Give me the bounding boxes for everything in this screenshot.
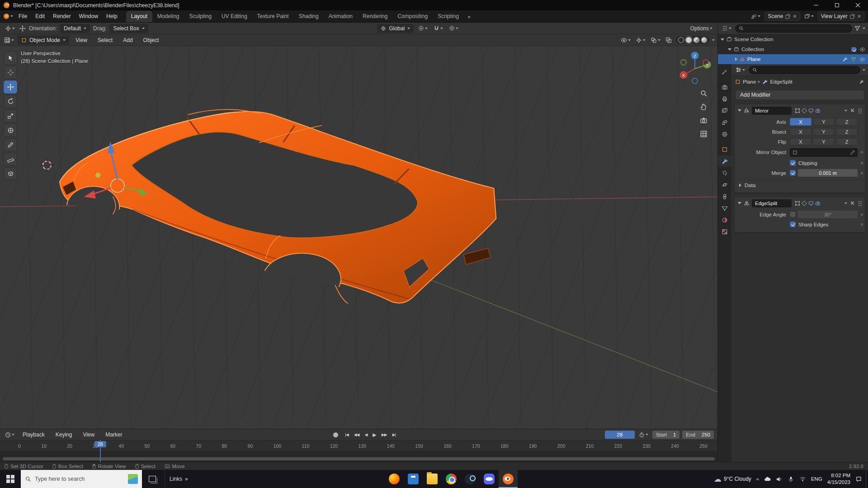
proportional-editing-dropdown[interactable] — [448, 24, 460, 32]
outliner-row-plane[interactable]: Plane — [718, 54, 868, 64]
new-scene-icon[interactable] — [785, 14, 790, 19]
outliner-search-input[interactable] — [735, 24, 852, 33]
timeline-track[interactable] — [0, 451, 717, 462]
taskbar-steam[interactable] — [461, 470, 480, 488]
menu-timeline-view[interactable]: View — [79, 430, 99, 440]
cursor-tool[interactable] — [4, 66, 17, 79]
add-modifier-button[interactable]: Add Modifier — [735, 90, 864, 100]
new-view-layer-icon[interactable] — [850, 14, 855, 19]
tab-physics[interactable] — [718, 179, 731, 190]
mirror-modifier-header[interactable]: Mirror ✕ — [735, 104, 865, 117]
expand-icon[interactable] — [735, 57, 737, 61]
merge-checkbox[interactable] — [790, 170, 796, 176]
car-model[interactable] — [60, 109, 496, 303]
solid-shading-button[interactable] — [686, 37, 692, 43]
tab-modifiers[interactable] — [718, 155, 731, 167]
edit-mode-icon[interactable] — [802, 201, 807, 206]
material-preview-button[interactable] — [693, 37, 699, 43]
shading-dropdown-icon[interactable] — [712, 39, 715, 41]
scale-tool[interactable] — [4, 109, 17, 122]
options-dropdown[interactable]: Options — [689, 24, 714, 33]
tab-output[interactable] — [718, 93, 731, 104]
xray-toggle[interactable] — [664, 36, 673, 44]
view-layer-selector[interactable]: View Layer ✕ — [818, 12, 864, 21]
links-chevron-icon[interactable]: » — [185, 476, 188, 482]
collection-exclude-checkbox[interactable] — [851, 47, 856, 52]
tab-modeling[interactable]: Modeling — [152, 11, 184, 22]
transform-orientation-dropdown[interactable]: Global — [377, 24, 414, 33]
merge-threshold-field[interactable]: 0.001 m — [798, 169, 858, 177]
next-keyframe-button[interactable]: ▶▶ — [379, 432, 389, 438]
action-center-icon[interactable] — [855, 476, 862, 483]
breadcrumb-modifier[interactable]: EdgeSplit — [770, 79, 792, 84]
scene-selector[interactable]: Scene ✕ — [764, 12, 800, 21]
maximize-button[interactable] — [826, 0, 847, 10]
timeline-scrollbar[interactable] — [3, 457, 715, 460]
flip-z-toggle[interactable]: Z — [836, 138, 858, 145]
drag-handle-icon[interactable] — [858, 200, 862, 206]
pan-hand-icon[interactable] — [700, 103, 708, 111]
taskbar-microsoft-store[interactable] — [404, 470, 423, 488]
minimize-button[interactable] — [806, 0, 826, 10]
scene-3d-view[interactable] — [0, 46, 717, 429]
modifier-name-field[interactable]: Mirror — [752, 107, 792, 115]
microphone-icon[interactable] — [788, 476, 794, 483]
on-cage-icon[interactable] — [795, 108, 800, 113]
menu-render[interactable]: Render — [49, 11, 75, 21]
delete-modifier-button[interactable]: ✕ — [850, 200, 855, 206]
unlink-scene-icon[interactable]: ✕ — [793, 14, 797, 19]
wireframe-shading-button[interactable] — [678, 37, 684, 43]
show-desktop-button[interactable] — [866, 470, 868, 488]
on-cage-icon[interactable] — [795, 201, 800, 206]
animate-dot[interactable] — [861, 172, 863, 174]
clipping-checkbox[interactable] — [790, 160, 796, 166]
menu-keying[interactable]: Keying — [52, 430, 76, 440]
filter-funnel-icon[interactable] — [854, 25, 860, 31]
animate-dot[interactable] — [861, 151, 863, 154]
bisect-z-toggle[interactable]: Z — [836, 128, 858, 136]
render-toggle-icon[interactable] — [815, 201, 821, 206]
edgesplit-modifier-header[interactable]: EdgeSplit ✕ — [735, 197, 865, 209]
tab-object[interactable] — [718, 144, 731, 155]
tab-view-layer[interactable] — [718, 105, 731, 116]
expand-icon[interactable] — [721, 38, 724, 41]
volume-icon[interactable] — [776, 476, 783, 483]
tab-scene[interactable] — [718, 117, 731, 128]
axis-z-toggle[interactable]: Z — [836, 118, 858, 126]
breadcrumb-object[interactable]: Plane — [743, 79, 756, 84]
previous-keyframe-button[interactable]: ◀◀ — [352, 432, 362, 438]
menu-view[interactable]: View — [71, 35, 91, 45]
menu-window[interactable]: Window — [75, 11, 102, 21]
axis-x-toggle[interactable]: X — [790, 118, 811, 126]
onedrive-icon[interactable] — [764, 476, 771, 483]
chevron-down-icon[interactable] — [863, 69, 865, 71]
modifier-extras-dropdown[interactable] — [844, 110, 847, 112]
tab-particles[interactable] — [718, 167, 731, 178]
animate-dot[interactable] — [861, 213, 863, 216]
tab-material[interactable] — [718, 214, 731, 225]
menu-object[interactable]: Object — [139, 35, 163, 45]
task-view-button[interactable] — [142, 470, 163, 488]
drag-dropdown[interactable]: Select Box — [109, 24, 148, 33]
taskbar-discord[interactable] — [480, 470, 499, 488]
realtime-icon[interactable] — [808, 108, 814, 113]
overlays-dropdown[interactable] — [649, 36, 662, 44]
taskbar-chrome[interactable] — [442, 470, 461, 488]
rotate-tool[interactable] — [4, 95, 17, 108]
flip-x-toggle[interactable]: X — [790, 138, 811, 145]
search-highlight-thumbnail[interactable] — [128, 474, 138, 484]
flip-y-toggle[interactable]: Y — [813, 138, 835, 145]
outliner-row-scene-collection[interactable]: Scene Collection — [718, 34, 868, 44]
data-subpanel-header[interactable]: Data — [735, 180, 865, 190]
transform-tool[interactable] — [4, 124, 17, 137]
properties-editor-type-dropdown[interactable] — [734, 66, 746, 74]
select-box-tool[interactable] — [4, 52, 17, 65]
view-layer-icon-button[interactable] — [803, 13, 815, 20]
frame-start-field[interactable]: Start 1 — [652, 431, 680, 439]
browse-scene-button[interactable] — [750, 13, 762, 20]
tab-sculpting[interactable]: Sculpting — [184, 11, 217, 22]
play-reverse-button[interactable]: ◀ — [362, 432, 369, 438]
menu-add[interactable]: Add — [119, 35, 137, 45]
tab-texture-paint[interactable]: Texture Paint — [252, 11, 294, 22]
hidden-icons-chevron[interactable]: ^ — [756, 477, 759, 483]
